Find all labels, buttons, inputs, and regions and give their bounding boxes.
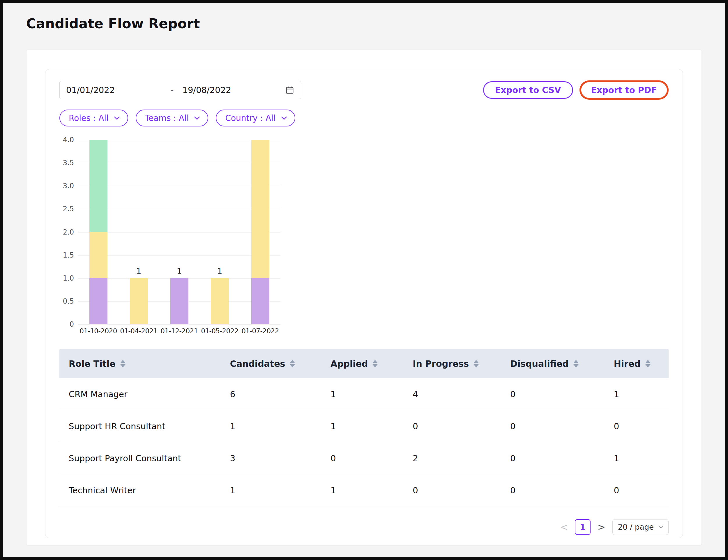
column-header-disqualified[interactable]: Disqualified (510, 359, 614, 369)
column-header-label: Disqualified (510, 359, 569, 369)
column-header-label: In Progress (412, 359, 469, 369)
sort-icon[interactable] (573, 360, 579, 367)
value-cell: 0 (412, 485, 510, 495)
export-buttons: Export to CSV Export to PDF (483, 80, 669, 100)
sort-icon[interactable] (372, 360, 378, 367)
bar-segment-purple (89, 278, 108, 324)
filter-roles-button[interactable]: Roles : All (59, 110, 128, 126)
sort-icon[interactable] (290, 360, 295, 367)
bar-segment-yellow (211, 278, 229, 324)
date-separator: - (170, 85, 175, 95)
bar-01-07-2022 (251, 140, 269, 324)
filter-teams-button[interactable]: Teams : All (136, 110, 209, 126)
table-row: CRM Manager61401 (59, 378, 669, 410)
table-row: Support Payroll Consultant30201 (59, 442, 669, 474)
chart-band (240, 140, 281, 324)
date-range-picker[interactable]: 01/01/2022 - 19/08/2022 (59, 81, 301, 99)
filter-label: Roles : All (69, 113, 109, 123)
page-title: Candidate Flow Report (26, 16, 725, 31)
y-tick-label: 0.5 (63, 297, 74, 305)
export-to-pdf-button[interactable]: Export to PDF (579, 80, 669, 100)
role-title-cell: CRM Manager (59, 389, 230, 399)
y-tick-label: 4.0 (63, 136, 74, 144)
bar-value-label: 1 (200, 266, 240, 275)
column-header-candidates[interactable]: Candidates (230, 359, 331, 369)
report-card: 01/01/2022 - 19/08/2022 Export to CSV Ex… (45, 69, 683, 538)
bar-01-05-2022 (211, 140, 229, 324)
x-tick-label: 01-05-2022 (200, 327, 240, 336)
chart-band (78, 140, 119, 324)
table-row: Support HR Consultant11000 (59, 410, 669, 442)
value-cell: 0 (614, 421, 669, 431)
bar-01-04-2021 (130, 140, 148, 324)
value-cell: 2 (412, 453, 510, 463)
toolbar: 01/01/2022 - 19/08/2022 Export to CSV Ex… (59, 80, 669, 100)
value-cell: 1 (331, 485, 412, 495)
page-size-select[interactable]: 20 / page (612, 519, 669, 535)
value-cell: 0 (510, 389, 614, 399)
column-header-label: Hired (614, 359, 641, 369)
bar-segment-yellow (251, 140, 269, 278)
value-cell: 1 (614, 453, 669, 463)
previous-page-button[interactable]: < (559, 522, 569, 532)
column-header-hired[interactable]: Hired (614, 359, 669, 369)
value-cell: 1 (331, 389, 412, 399)
value-cell: 3 (230, 453, 331, 463)
page-size-value: 20 / page (618, 523, 654, 531)
value-cell: 0 (510, 453, 614, 463)
gridline (78, 324, 281, 325)
calendar-icon[interactable] (285, 85, 295, 95)
sort-icon[interactable] (120, 360, 126, 367)
x-tick-label: 01-12-2021 (159, 327, 200, 336)
role-title-cell: Technical Writer (59, 485, 230, 495)
filter-bar: Roles : AllTeams : AllCountry : All (59, 110, 669, 126)
app-window: { "page": { "title": "Candidate Flow Rep… (0, 0, 728, 560)
y-tick-label: 3.0 (63, 182, 74, 190)
column-header-in-progress[interactable]: In Progress (412, 359, 510, 369)
value-cell: 6 (230, 389, 331, 399)
column-header-label: Role Title (69, 359, 116, 369)
report-panel: 01/01/2022 - 19/08/2022 Export to CSV Ex… (26, 50, 702, 545)
bar-value-label: 1 (119, 266, 159, 275)
bar-01-10-2020 (89, 140, 108, 324)
value-cell: 0 (331, 453, 412, 463)
bar-segment-purple (170, 278, 188, 324)
y-tick-label: 3.5 (63, 159, 74, 167)
column-header-label: Candidates (230, 359, 286, 369)
chart-bands: 111 (78, 140, 281, 324)
bar-segment-yellow (130, 278, 148, 324)
table-row: Technical Writer11000 (59, 474, 669, 506)
value-cell: 0 (510, 485, 614, 495)
x-tick-label: 01-07-2022 (240, 327, 281, 336)
filter-label: Teams : All (145, 113, 189, 123)
column-header-applied[interactable]: Applied (331, 359, 412, 369)
value-cell: 1 (230, 421, 331, 431)
value-cell: 0 (614, 485, 669, 495)
filter-label: Country : All (225, 113, 276, 123)
column-header-role-title[interactable]: Role Title (59, 359, 230, 369)
y-tick-label: 1.0 (63, 274, 74, 282)
chart-band: 1 (119, 140, 159, 324)
sort-icon[interactable] (473, 360, 479, 367)
value-cell: 1 (614, 389, 669, 399)
x-tick-label: 01-10-2020 (78, 327, 119, 336)
value-cell: 0 (510, 421, 614, 431)
sort-icon[interactable] (645, 360, 651, 367)
chevron-down-icon (281, 116, 287, 120)
chevron-down-icon (114, 116, 120, 120)
value-cell: 0 (412, 421, 510, 431)
pagination: < 1 > 20 / page (59, 519, 669, 535)
end-date[interactable]: 19/08/2022 (175, 85, 231, 95)
role-title-cell: Support HR Consultant (59, 421, 230, 431)
bar-segment-green (89, 140, 108, 232)
export-to-csv-button[interactable]: Export to CSV (483, 81, 573, 99)
column-header-label: Applied (331, 359, 368, 369)
chevron-down-icon (658, 526, 664, 529)
filter-country-button[interactable]: Country : All (216, 110, 295, 126)
next-page-button[interactable]: > (596, 522, 607, 532)
bar-01-12-2021 (170, 140, 188, 324)
bar-value-label: 1 (159, 266, 200, 275)
page-1-button[interactable]: 1 (575, 519, 590, 535)
table-header-row: Role TitleCandidatesAppliedIn ProgressDi… (59, 349, 669, 378)
start-date[interactable]: 01/01/2022 (66, 85, 170, 95)
